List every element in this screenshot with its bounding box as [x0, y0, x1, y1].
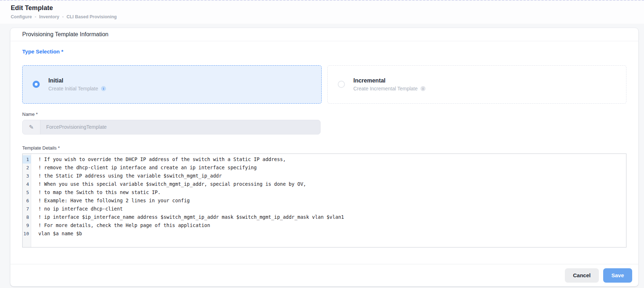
radio-incremental-unselected-icon[interactable]	[338, 81, 345, 88]
card-content: Type Selection * Initial Create Initial …	[10, 41, 638, 264]
code-line: ! remove the dhcp-client ip interface an…	[38, 164, 626, 172]
radio-initial-selected-icon[interactable]	[33, 81, 40, 88]
line-number: 2	[23, 164, 31, 172]
code-line: ! the Static IP address using the variab…	[38, 172, 626, 180]
type-option-title: Initial	[48, 77, 106, 84]
code-line: ! When you use this special variable $sw…	[38, 180, 626, 188]
line-number: 4	[23, 180, 31, 188]
info-icon[interactable]: i	[420, 86, 426, 91]
breadcrumb: Configure - Inventory - CLI Based Provis…	[11, 14, 644, 19]
code-line: ! no ip interface dhcp-client	[38, 205, 626, 213]
code-line: ! Example: Have the following 2 lines in…	[38, 197, 626, 205]
line-number: 5	[23, 188, 31, 197]
card-title: Provisioning Template Information	[22, 31, 109, 38]
line-number: 6	[23, 197, 31, 205]
name-input-group: ✎	[22, 120, 321, 134]
code-line: ! For more details, check the Help page …	[38, 221, 626, 230]
cancel-button[interactable]: Cancel	[565, 268, 599, 283]
breadcrumb-inventory[interactable]: Inventory	[39, 14, 59, 19]
line-number: 8	[23, 213, 31, 221]
code-line: vlan $a name $b	[38, 230, 626, 238]
code-editor[interactable]: 12345678910 ! If you wish to override th…	[22, 154, 626, 247]
type-option-subtitle: Create Initial Template	[48, 86, 98, 91]
editor-line-number-gutter: 12345678910	[23, 154, 31, 247]
breadcrumb-separator: -	[62, 14, 63, 19]
line-number: 10	[23, 230, 31, 238]
page-title: Edit Template	[11, 4, 644, 12]
breadcrumb-configure[interactable]: Configure	[11, 14, 32, 19]
name-input[interactable]	[40, 120, 320, 134]
card-header: Provisioning Template Information	[10, 28, 638, 41]
pencil-icon: ✎	[23, 120, 40, 134]
template-details-label: Template Details *	[22, 145, 626, 151]
line-number: 1	[23, 155, 31, 164]
breadcrumb-separator: -	[35, 14, 36, 19]
card-footer: Cancel Save	[10, 264, 638, 286]
breadcrumb-cli-based-provisioning[interactable]: CLI Based Provisioning	[67, 14, 117, 19]
line-number: 7	[23, 205, 31, 213]
name-label: Name *	[22, 112, 626, 117]
line-number: 3	[23, 172, 31, 180]
type-option-title: Incremental	[354, 77, 426, 84]
type-selection-row: Initial Create Initial Template i Increm…	[22, 65, 626, 104]
code-line: ! to map the Switch to this new static I…	[38, 188, 626, 197]
type-option-initial[interactable]: Initial Create Initial Template i	[22, 65, 322, 104]
line-number: 9	[23, 221, 31, 230]
editor-code-area: ! If you wish to override the DHCP IP ad…	[31, 154, 626, 247]
page-header: Edit Template Configure - Inventory - CL…	[0, 1, 644, 24]
info-icon[interactable]: i	[101, 86, 106, 91]
provisioning-template-card: Provisioning Template Information Type S…	[10, 28, 639, 287]
save-button[interactable]: Save	[603, 268, 632, 283]
type-option-incremental[interactable]: Incremental Create Incremental Template …	[327, 65, 627, 104]
code-line: ! If you wish to override the DHCP IP ad…	[38, 155, 626, 164]
type-option-subtitle: Create Incremental Template	[354, 86, 418, 91]
code-line: ! ip interface $ip_interface_name addres…	[38, 213, 626, 221]
type-selection-label: Type Selection *	[22, 48, 626, 55]
